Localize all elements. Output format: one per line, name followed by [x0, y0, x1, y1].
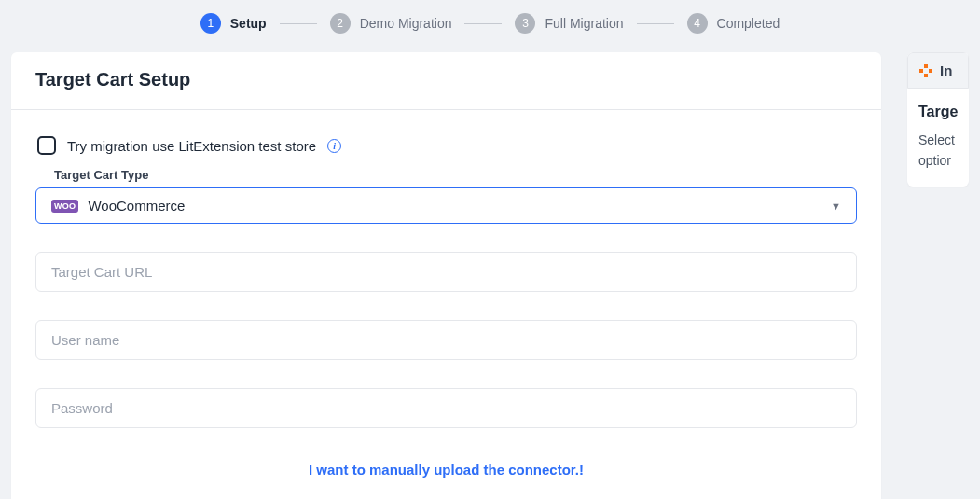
- svg-rect-1: [929, 69, 932, 73]
- step-label: Completed: [717, 16, 780, 31]
- step-number: 3: [515, 13, 535, 34]
- instructions-text-2: optior: [918, 150, 969, 171]
- instructions-title: Targe: [918, 104, 969, 120]
- woo-icon: WOO: [51, 200, 78, 213]
- step-label: Demo Migration: [360, 16, 452, 31]
- instructions-panel: In Targe Select optior: [907, 52, 969, 187]
- step-demo-migration[interactable]: 2 Demo Migration: [330, 13, 452, 34]
- step-connector: [637, 23, 674, 24]
- svg-rect-2: [924, 64, 928, 68]
- step-number: 2: [330, 13, 351, 34]
- card-title: Target Cart Setup: [35, 69, 857, 90]
- step-label: Setup: [230, 16, 267, 31]
- step-completed[interactable]: 4 Completed: [687, 13, 780, 34]
- cart-type-select[interactable]: WOO WooCommerce ▼: [35, 187, 857, 224]
- instructions-icon: [919, 64, 932, 77]
- cart-type-value: WooCommerce: [88, 198, 821, 214]
- stepper: 1 Setup 2 Demo Migration 3 Full Migratio…: [0, 0, 980, 52]
- step-label: Full Migration: [545, 16, 623, 31]
- username-input[interactable]: [35, 320, 857, 360]
- instructions-tab-label: In: [940, 62, 952, 78]
- svg-rect-0: [919, 69, 923, 73]
- instructions-tab[interactable]: In: [907, 52, 969, 89]
- test-store-label: Try migration use LitExtension test stor…: [67, 138, 316, 154]
- info-icon[interactable]: i: [327, 139, 341, 153]
- cart-type-label: Target Cart Type: [54, 168, 857, 182]
- target-cart-setup-card: Target Cart Setup Try migration use LitE…: [11, 52, 881, 499]
- step-number: 4: [687, 13, 708, 34]
- manual-upload-link[interactable]: I want to manually upload the connector.…: [35, 456, 857, 491]
- target-cart-url-input[interactable]: [35, 252, 857, 292]
- step-full-migration[interactable]: 3 Full Migration: [515, 13, 623, 34]
- instructions-text-1: Select: [918, 130, 969, 150]
- step-connector: [280, 23, 317, 24]
- svg-rect-3: [924, 74, 928, 77]
- password-input[interactable]: [35, 388, 857, 428]
- test-store-checkbox[interactable]: [37, 136, 56, 155]
- chevron-down-icon: ▼: [831, 201, 841, 212]
- step-number: 1: [200, 13, 221, 34]
- step-setup[interactable]: 1 Setup: [200, 13, 267, 34]
- step-connector: [464, 23, 502, 24]
